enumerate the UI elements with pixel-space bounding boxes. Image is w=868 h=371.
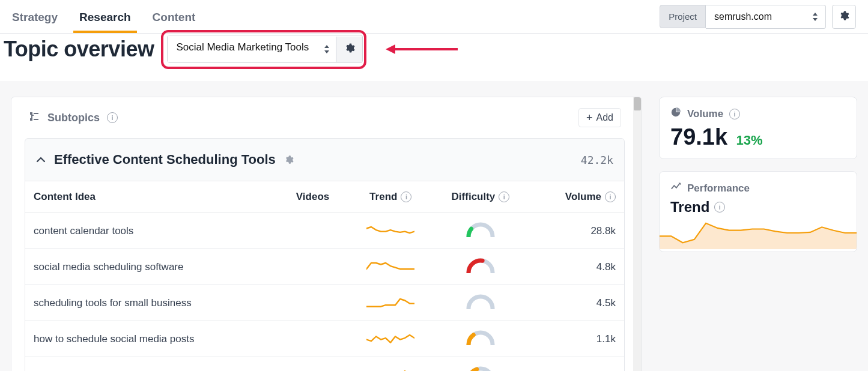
table-row[interactable]: scheduling tools for small business4.5k bbox=[25, 285, 625, 321]
col-trend[interactable]: Trendi bbox=[348, 181, 432, 213]
scrollbar[interactable] bbox=[633, 97, 642, 371]
col-difficulty[interactable]: Difficultyi bbox=[432, 181, 529, 213]
videos-cell bbox=[277, 249, 349, 285]
add-button-label: Add bbox=[596, 112, 613, 123]
page-title: Topic overview bbox=[4, 37, 154, 62]
annotation-arrow-icon bbox=[386, 43, 458, 55]
topic-select-value: Social Media Marketing Tools bbox=[176, 41, 309, 53]
project-settings-button[interactable] bbox=[832, 5, 856, 29]
videos-cell bbox=[277, 285, 349, 321]
performance-trend-chart bbox=[660, 217, 857, 249]
project-select-value: semrush.com bbox=[714, 11, 772, 22]
videos-cell bbox=[277, 357, 349, 372]
col-content-idea[interactable]: Content Idea bbox=[25, 181, 277, 213]
sort-caret-icon bbox=[812, 13, 818, 21]
volume-cell: 1.1k bbox=[529, 321, 625, 357]
volume-cell: 28.8k bbox=[529, 213, 625, 249]
project-select[interactable]: semrush.com bbox=[706, 5, 826, 29]
volume-cell: 4.5k bbox=[529, 285, 625, 321]
difficulty-cell bbox=[432, 357, 529, 372]
trend-cell bbox=[348, 213, 432, 249]
tab-strategy[interactable]: Strategy bbox=[12, 1, 58, 32]
performance-label: Performance bbox=[687, 182, 750, 195]
volume-change: 13% bbox=[736, 133, 763, 148]
idea-cell: scheduling tools for small business bbox=[25, 285, 277, 321]
topic-settings-button[interactable] bbox=[336, 37, 362, 62]
sort-caret-icon bbox=[324, 45, 330, 53]
idea-cell: how to schedule social media posts bbox=[25, 321, 277, 357]
chevron-up-icon[interactable] bbox=[36, 155, 46, 164]
info-icon[interactable]: i bbox=[729, 109, 740, 119]
gear-icon bbox=[344, 43, 355, 56]
plus-icon: + bbox=[586, 112, 593, 123]
trend-cell bbox=[348, 249, 432, 285]
col-volume[interactable]: Volumei bbox=[529, 181, 625, 213]
subtopics-panel: Subtopics i + Add Effective Content Sche… bbox=[11, 97, 642, 371]
subtopics-icon bbox=[28, 110, 40, 125]
difficulty-cell bbox=[432, 249, 529, 285]
subtopic-group-header[interactable]: Effective Content Scheduling Tools 42.2k bbox=[25, 138, 625, 181]
pie-icon bbox=[670, 107, 681, 121]
idea-cell: social media scheduling software bbox=[25, 249, 277, 285]
info-icon[interactable]: i bbox=[107, 112, 118, 123]
subtopic-group-volume: 42.2k bbox=[581, 154, 613, 166]
performance-card: Performance Trend i bbox=[659, 171, 857, 252]
idea-cell: content calendar tools bbox=[25, 213, 277, 249]
col-videos[interactable]: Videos bbox=[277, 181, 349, 213]
subtopic-group-settings-button[interactable] bbox=[284, 155, 294, 164]
subtopics-heading: Subtopics bbox=[47, 112, 100, 124]
tab-research[interactable]: Research bbox=[79, 1, 131, 32]
trend-up-icon bbox=[670, 181, 681, 195]
table-row[interactable]: best content scheduling tools1.1k bbox=[25, 357, 625, 372]
ideas-table: Content Idea Videos Trendi Difficultyi V… bbox=[25, 181, 625, 371]
info-icon[interactable]: i bbox=[605, 192, 616, 202]
performance-trend-label: Trend bbox=[670, 199, 709, 216]
table-row[interactable]: how to schedule social media posts1.1k bbox=[25, 321, 625, 357]
gear-icon bbox=[839, 10, 849, 23]
project-label: Project bbox=[660, 5, 706, 28]
tab-content[interactable]: Content bbox=[153, 1, 196, 32]
videos-cell bbox=[277, 213, 349, 249]
info-icon[interactable]: i bbox=[401, 192, 411, 202]
idea-cell: best content scheduling tools bbox=[25, 357, 277, 372]
difficulty-cell bbox=[432, 213, 529, 249]
info-icon[interactable]: i bbox=[714, 202, 725, 213]
add-subtopic-button[interactable]: + Add bbox=[578, 108, 621, 127]
difficulty-cell bbox=[432, 285, 529, 321]
top-tabs: Strategy Research Content bbox=[12, 1, 660, 32]
table-row[interactable]: content calendar tools28.8k bbox=[25, 213, 625, 249]
trend-cell bbox=[348, 321, 432, 357]
topic-select[interactable]: Social Media Marketing Tools bbox=[168, 35, 336, 62]
table-row[interactable]: social media scheduling software4.8k bbox=[25, 249, 625, 285]
volume-cell: 1.1k bbox=[529, 357, 625, 372]
videos-cell bbox=[277, 321, 349, 357]
trend-cell bbox=[348, 357, 432, 372]
volume-card: Volume i 79.1k 13% bbox=[659, 97, 857, 159]
volume-label: Volume bbox=[687, 108, 723, 120]
volume-value: 79.1k bbox=[670, 124, 727, 150]
difficulty-cell bbox=[432, 321, 529, 357]
subtopic-group-title: Effective Content Scheduling Tools bbox=[54, 152, 276, 167]
trend-cell bbox=[348, 285, 432, 321]
volume-cell: 4.8k bbox=[529, 249, 625, 285]
info-icon[interactable]: i bbox=[499, 192, 509, 202]
